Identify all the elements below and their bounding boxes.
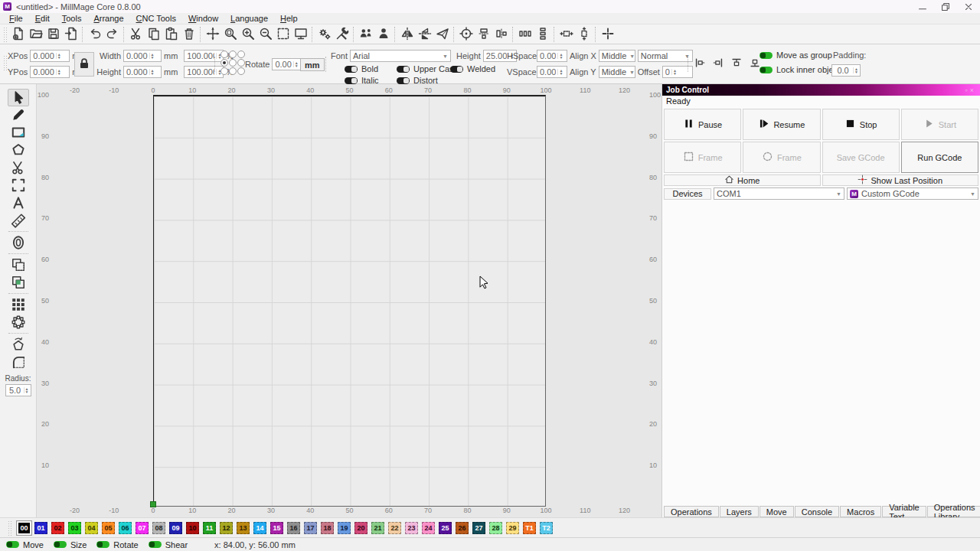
color-swatch-28[interactable]: 28 [489,522,502,534]
align-vertical-button[interactable] [492,25,510,43]
color-swatch-00[interactable]: 00 [18,522,31,534]
align-x-select[interactable]: Middle▼ [599,50,635,62]
anchor-dot[interactable] [229,67,237,75]
height-field[interactable]: 0.000▲▼ [123,66,162,78]
stop-button[interactable]: Stop [822,109,900,140]
run-gcode-button[interactable]: Run GCode [901,142,978,173]
move-to-position-button[interactable] [599,25,616,43]
tool-grid-array[interactable] [8,296,29,314]
height-pct-field[interactable]: 100.000▲▼ [184,66,224,78]
anchor-dot[interactable] [237,59,245,67]
space-vertical-button[interactable] [575,25,593,43]
tool-polygon[interactable] [8,142,29,159]
copy-button[interactable] [145,25,162,43]
custom-gcode-select[interactable]: MCustom GCode▼ [847,187,978,200]
open-file-button[interactable] [27,25,44,43]
align-y-select[interactable]: Middle▼ [599,66,635,78]
tab-console[interactable]: Console [795,506,839,517]
color-swatch-24[interactable]: 24 [422,522,435,534]
frame-button[interactable]: Frame [664,142,741,173]
anchor-dot[interactable] [237,67,245,75]
zoom-to-selection-button[interactable] [274,25,292,43]
hspace-field[interactable]: 0.00▲▼ [537,50,567,62]
hspace-spinner[interactable]: ▲▼ [557,53,564,59]
distribute-horizontal-button[interactable] [516,25,534,43]
save-file-button[interactable] [44,25,62,43]
color-swatch-05[interactable]: 05 [102,522,115,534]
color-swatch-03[interactable]: 03 [68,522,81,534]
radius-field[interactable]: 5.0▲▼ [5,384,31,396]
panel-close-icon[interactable]: × [970,86,976,94]
anchor-dot[interactable] [229,51,237,58]
import-file-button[interactable] [62,25,80,43]
zoom-in-button[interactable] [239,25,256,43]
ypos-spinner[interactable]: ▲▼ [56,69,62,75]
color-swatch-14[interactable]: 14 [253,522,266,534]
tab-layers[interactable]: Layers [720,506,759,517]
upper-case-toggle[interactable]: Upper Case [397,64,459,73]
height-spinner[interactable]: ▲▼ [149,69,155,75]
tool-offset[interactable] [8,234,29,252]
canvas[interactable]: -20-20-10-100010102020303040405050606070… [37,84,662,517]
xpos-spinner[interactable]: ▲▼ [56,53,62,59]
menu-language[interactable]: Language [224,14,274,23]
tool-weld[interactable] [8,256,29,274]
tool-fillet[interactable] [8,354,29,371]
paste-button[interactable] [162,25,180,43]
vspace-spinner[interactable]: ▲▼ [557,69,564,75]
anchor-selector[interactable] [220,51,244,74]
tool-draw[interactable] [8,106,29,124]
new-file-button[interactable] [9,25,27,43]
radius-spinner[interactable]: ▲▼ [24,387,30,393]
close-button[interactable] [957,0,980,13]
color-swatch-01[interactable]: 01 [34,522,47,534]
home-button[interactable]: Home [664,174,821,186]
cut-button[interactable] [127,25,145,43]
color-swatch-15[interactable]: 15 [270,522,283,534]
color-swatch-02[interactable]: 02 [51,522,64,534]
status-toggle-move[interactable]: Move [6,540,44,549]
dock-right-button[interactable] [710,56,726,71]
align-horizontal-button[interactable] [475,25,492,43]
tool-trim[interactable] [8,159,29,177]
port-select[interactable]: COM1▼ [714,187,844,200]
color-swatch-06[interactable]: 06 [119,522,132,534]
tool-circular-array[interactable] [8,314,29,331]
tool-revolve[interactable] [8,336,29,354]
color-swatch-09[interactable]: 09 [169,522,182,534]
anchor-dot[interactable] [237,51,245,58]
status-toggle-size[interactable]: Size [54,540,87,549]
tool-frame[interactable] [8,177,29,194]
group-objects-button[interactable] [357,25,374,43]
ypos-field[interactable]: 0.000▲▼ [30,66,70,78]
anchor-dot[interactable] [220,51,228,58]
menu-tools[interactable]: Tools [56,14,88,23]
restore-button[interactable] [934,0,957,13]
rotate-spinner[interactable]: ▲▼ [293,61,299,67]
color-swatch-04[interactable]: 04 [85,522,98,534]
weld-mode-select[interactable]: Normal▼ [638,50,693,62]
color-swatch-20[interactable]: 20 [354,522,368,534]
dock-bottom-button[interactable] [729,56,744,71]
menu-file[interactable]: File [3,14,29,23]
dock-left-button[interactable] [692,56,707,71]
zoom-out-button[interactable] [256,25,274,43]
color-swatch-08[interactable]: 08 [152,522,165,534]
device-settings-button[interactable] [315,25,333,43]
offset-spinner[interactable]: ▲▼ [671,69,678,75]
lock-aspect-button[interactable] [74,52,94,77]
save-gcode-button[interactable]: Save GCode [822,142,900,173]
color-swatch-25[interactable]: 25 [439,522,452,534]
tab-operations-library[interactable]: Operations Library [927,506,980,517]
menu-help[interactable]: Help [274,14,304,23]
distribute-vertical-button[interactable] [534,25,551,43]
color-swatch-11[interactable]: 11 [203,522,216,534]
color-swatch-19[interactable]: 19 [338,522,351,534]
anchor-dot-selected[interactable] [220,59,228,67]
color-swatch-22[interactable]: 22 [388,522,401,534]
tool-measure[interactable] [8,212,29,230]
vspace-field[interactable]: 0.00▲▼ [537,66,567,78]
padding-spinner[interactable]: ▲▼ [853,67,859,73]
status-toggle-shear[interactable]: Shear [149,540,188,549]
resume-button[interactable]: Resume [743,109,820,140]
